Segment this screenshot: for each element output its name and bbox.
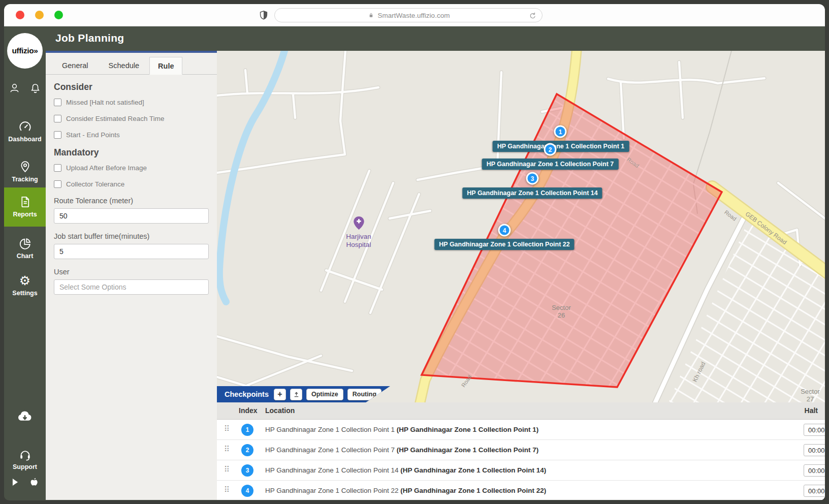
checkpoint-row: ⠿ 3 HP Gandhinagar Zone 1 Collection Poi… — [217, 460, 825, 481]
cloud-download-icon — [16, 408, 34, 423]
halt-column-header: Halt — [805, 406, 818, 415]
rule-form: Consider Missed [Halt not satisfied] Con… — [46, 82, 217, 295]
tab-schedule[interactable]: Schedule — [99, 57, 149, 74]
collection-point-label-2[interactable]: HP Gandhinagar Zone 1 Collection Point 7 — [482, 159, 619, 170]
route-tolerance-label: Route Tolerance (meter) — [54, 197, 209, 205]
sidebar-item-settings[interactable]: ⚙ Settings — [4, 274, 46, 297]
google-play-icon[interactable] — [10, 477, 21, 488]
checkbox-row-estimated-reach-time[interactable]: Consider Estimated Reach Time — [54, 115, 209, 122]
halt-time-input[interactable] — [804, 485, 825, 497]
browser-window: SmartWaste.uffizio.com Job Planning uffi… — [4, 4, 825, 500]
browser-toolbar: SmartWaste.uffizio.com — [4, 4, 825, 26]
close-window-button[interactable] — [16, 11, 24, 19]
checkbox-row-upload-image[interactable]: Upload After Before Image — [54, 164, 209, 172]
buffer-time-input[interactable] — [54, 244, 209, 259]
checkbox-label: Start - End Points — [66, 131, 120, 139]
routing-button[interactable]: Routing — [347, 389, 381, 400]
maximize-window-button[interactable] — [54, 11, 63, 19]
tab-general[interactable]: General — [52, 57, 99, 74]
app-download-button[interactable] — [4, 408, 46, 425]
tab-bar: General Schedule Rule — [46, 57, 217, 75]
row-index-badge: 3 — [241, 464, 253, 477]
checkbox-label: Consider Estimated Reach Time — [66, 115, 165, 122]
bell-icon[interactable] — [29, 82, 41, 94]
map[interactable]: Harjivan Hospital Sector 26 Sector 27 Ro… — [217, 51, 825, 500]
pie-chart-icon — [18, 237, 32, 250]
sidebar: uffizio» Dashboard — [4, 26, 46, 500]
row-index-badge: 2 — [241, 444, 253, 456]
row-location-paren: (HP Gandhinagar Zone 1 Collection Point … — [397, 426, 539, 433]
map-marker-2[interactable]: 2 — [544, 143, 557, 156]
minimize-window-button[interactable] — [35, 11, 44, 19]
hospital-pin-icon — [354, 216, 364, 230]
address-bar[interactable]: SmartWaste.uffizio.com — [274, 8, 543, 22]
gear-icon: ⚙ — [4, 274, 46, 288]
halt-time-input[interactable] — [804, 464, 825, 477]
checkbox-row-collector-tolerance[interactable]: Collector Tolerance — [54, 180, 209, 188]
row-location-name: HP Gandhinagar Zone 1 Collection Point 2… — [265, 487, 400, 494]
checkpoints-panel: Checkpoints + Optimize Routing Index Loc… — [217, 386, 825, 500]
row-location: HP Gandhinagar Zone 1 Collection Point 1… — [265, 426, 538, 433]
upload-image-checkbox[interactable] — [54, 164, 61, 172]
uffizio-logo[interactable]: uffizio» — [7, 33, 43, 69]
apple-icon[interactable] — [28, 477, 40, 488]
row-location-paren: (HP Gandhinagar Zone 1 Collection Point … — [400, 487, 546, 494]
speedometer-icon — [18, 120, 32, 134]
report-document-icon — [18, 195, 32, 209]
sidebar-item-reports[interactable]: Reports — [4, 187, 46, 227]
halt-time-input[interactable] — [804, 424, 825, 436]
sidebar-item-tracking[interactable]: Tracking — [4, 160, 46, 183]
start-end-points-checkbox[interactable] — [54, 131, 61, 139]
row-location-paren: (HP Gandhinagar Zone 1 Collection Point … — [400, 466, 546, 474]
map-pin-icon — [18, 160, 32, 174]
user-select[interactable] — [54, 279, 209, 295]
estimated-reach-time-checkbox[interactable] — [54, 115, 61, 122]
hospital-label: Harjivan Hospital — [339, 233, 378, 249]
add-checkpoint-button[interactable]: + — [274, 389, 286, 400]
halt-time-input[interactable] — [804, 444, 825, 456]
sidebar-item-dashboard[interactable]: Dashboard — [4, 120, 46, 143]
row-location: HP Gandhinagar Zone 1 Collection Point 7… — [265, 446, 538, 454]
row-index-badge: 4 — [241, 485, 253, 497]
page-title: Job Planning — [55, 32, 124, 44]
collector-tolerance-checkbox[interactable] — [54, 180, 61, 188]
drag-handle-icon[interactable]: ⠿ — [224, 465, 230, 474]
checkpoint-row: ⠿ 1 HP Gandhinagar Zone 1 Collection Poi… — [217, 420, 825, 440]
row-location-paren: (HP Gandhinagar Zone 1 Collection Point … — [397, 446, 539, 454]
sidebar-item-support[interactable]: Support — [4, 448, 46, 470]
optimize-button[interactable]: Optimize — [306, 389, 343, 400]
user-icon[interactable] — [9, 82, 20, 94]
map-marker-4[interactable]: 4 — [498, 224, 511, 237]
sidebar-item-label: Tracking — [12, 176, 38, 183]
support-label: Support — [13, 463, 37, 470]
upload-checkpoints-button[interactable] — [290, 389, 302, 400]
row-location-name: HP Gandhinagar Zone 1 Collection Point 1… — [265, 466, 400, 474]
checkpoint-row: ⠿ 2 HP Gandhinagar Zone 1 Collection Poi… — [217, 440, 825, 460]
drag-handle-icon[interactable]: ⠿ — [224, 424, 230, 433]
sidebar-item-label: Dashboard — [8, 136, 41, 143]
checkbox-label: Missed [Halt not satisfied] — [66, 99, 144, 106]
job-planning-panel: General Schedule Rule Consider Missed [H… — [46, 51, 217, 500]
row-location: HP Gandhinagar Zone 1 Collection Point 1… — [265, 466, 546, 474]
lock-icon — [367, 11, 375, 19]
row-index-badge: 1 — [241, 424, 253, 436]
app-root: Job Planning uffizio» — [4, 26, 825, 500]
collection-point-label-4[interactable]: HP Gandhinagar Zone 1 Collection Point 2… — [434, 239, 574, 250]
reload-icon[interactable] — [528, 11, 537, 20]
checkbox-row-start-end-points[interactable]: Start - End Points — [54, 131, 209, 139]
drag-handle-icon[interactable]: ⠿ — [224, 445, 230, 454]
collection-point-label-1[interactable]: HP Gandhinagar Zone 1 Collection Point 1 — [493, 141, 629, 152]
tab-rule[interactable]: Rule — [149, 57, 182, 75]
sidebar-item-chart[interactable]: Chart — [4, 237, 46, 260]
collection-point-label-3[interactable]: HP Gandhinagar Zone 1 Collection Point 1… — [462, 187, 602, 199]
checkbox-row-missed[interactable]: Missed [Halt not satisfied] — [54, 99, 209, 106]
mandatory-heading: Mandatory — [54, 147, 209, 158]
route-tolerance-input[interactable] — [54, 208, 209, 224]
checkpoints-title: Checkpoints — [225, 390, 269, 398]
map-marker-1[interactable]: 1 — [554, 125, 567, 138]
shield-icon[interactable] — [258, 9, 269, 21]
map-marker-3[interactable]: 3 — [526, 172, 539, 185]
drag-handle-icon[interactable]: ⠿ — [224, 485, 230, 494]
sidebar-item-label: Chart — [17, 253, 34, 260]
missed-checkbox[interactable] — [54, 99, 61, 106]
